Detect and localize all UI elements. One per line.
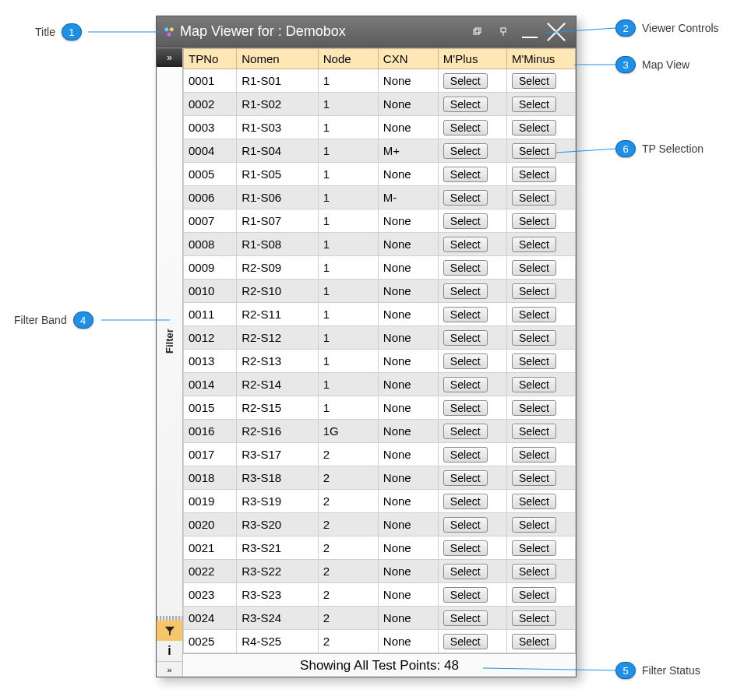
close-button[interactable] [543, 21, 570, 43]
select-mminus-button[interactable]: Select [512, 307, 556, 322]
select-mplus-button[interactable]: Select [443, 424, 488, 439]
table-row[interactable]: 0004R1-S041M+SelectSelect [184, 139, 576, 163]
col-node[interactable]: Node [318, 49, 378, 69]
cell-cxn: None [378, 326, 438, 350]
cell-node: 2 [318, 490, 378, 513]
select-mplus-button[interactable]: Select [443, 283, 488, 299]
table-row[interactable]: 0002R1-S021NoneSelectSelect [184, 93, 576, 116]
restore-button[interactable] [464, 21, 490, 43]
col-mplus[interactable]: M'Plus [438, 49, 506, 69]
select-mplus-button[interactable]: Select [443, 330, 488, 346]
select-mminus-button[interactable]: Select [512, 213, 556, 229]
select-mminus-button[interactable]: Select [512, 167, 556, 182]
select-mminus-button[interactable]: Select [512, 73, 556, 89]
table-row[interactable]: 0006R1-S061M-SelectSelect [184, 186, 576, 209]
table-row[interactable]: 0007R1-S071NoneSelectSelect [184, 209, 576, 233]
cell-cxn: None [378, 280, 438, 303]
filter-expand-button[interactable]: » [157, 48, 182, 67]
select-mminus-button[interactable]: Select [512, 564, 556, 579]
table-row[interactable]: 0018R3-S182NoneSelectSelect [184, 466, 576, 490]
select-mplus-button[interactable]: Select [443, 237, 488, 252]
table-row[interactable]: 0011R2-S111NoneSelectSelect [184, 303, 576, 326]
table-row[interactable]: 0022R3-S222NoneSelectSelect [184, 560, 576, 583]
select-mplus-button[interactable]: Select [443, 587, 488, 603]
table-row[interactable]: 0015R2-S151NoneSelectSelect [184, 396, 576, 420]
select-mplus-button[interactable]: Select [443, 260, 488, 276]
filter-collapse-button[interactable]: » [157, 661, 182, 677]
callout-title: Title 1 [35, 23, 82, 40]
select-mminus-button[interactable]: Select [512, 447, 556, 463]
select-mplus-button[interactable]: Select [443, 377, 488, 392]
col-cxn[interactable]: CXN [378, 49, 438, 69]
select-mminus-button[interactable]: Select [512, 424, 556, 439]
table-row[interactable]: 0016R2-S161GNoneSelectSelect [184, 420, 576, 443]
table-row[interactable]: 0012R2-S121NoneSelectSelect [184, 326, 576, 350]
select-mplus-button[interactable]: Select [443, 354, 488, 369]
select-mminus-button[interactable]: Select [512, 97, 556, 112]
select-mminus-button[interactable]: Select [512, 517, 556, 533]
table-row[interactable]: 0010R2-S101NoneSelectSelect [184, 280, 576, 303]
col-tpno[interactable]: TPNo [184, 49, 237, 69]
select-mminus-button[interactable]: Select [512, 610, 556, 626]
select-mplus-button[interactable]: Select [443, 470, 488, 486]
table-row[interactable]: 0019R3-S192NoneSelectSelect [184, 490, 576, 513]
table-row[interactable]: 0001R1-S011NoneSelectSelect [184, 69, 576, 93]
select-mminus-button[interactable]: Select [512, 190, 556, 206]
select-mplus-button[interactable]: Select [443, 517, 488, 533]
cell-cxn: None [378, 209, 438, 233]
select-mminus-button[interactable]: Select [512, 587, 556, 603]
select-mplus-button[interactable]: Select [443, 190, 488, 206]
select-mplus-button[interactable]: Select [443, 73, 488, 89]
table-row[interactable]: 0023R3-S232NoneSelectSelect [184, 583, 576, 607]
grid-scroll[interactable]: TPNo Nomen Node CXN M'Plus M'Minus 0001R… [183, 48, 576, 653]
select-mminus-button[interactable]: Select [512, 400, 556, 416]
pin-button[interactable] [490, 21, 517, 43]
select-mminus-button[interactable]: Select [512, 470, 556, 486]
select-mplus-button[interactable]: Select [443, 540, 488, 556]
select-mminus-button[interactable]: Select [512, 540, 556, 556]
select-mplus-button[interactable]: Select [443, 447, 488, 463]
select-mplus-button[interactable]: Select [443, 610, 488, 626]
minimize-icon [522, 37, 538, 38]
select-mminus-button[interactable]: Select [512, 120, 556, 135]
select-mplus-button[interactable]: Select [443, 494, 488, 509]
table-row[interactable]: 0008R1-S081NoneSelectSelect [184, 233, 576, 256]
table-row[interactable]: 0021R3-S212NoneSelectSelect [184, 536, 576, 560]
select-mminus-button[interactable]: Select [512, 377, 556, 392]
select-mplus-button[interactable]: Select [443, 143, 488, 159]
select-mminus-button[interactable]: Select [512, 283, 556, 299]
table-row[interactable]: 0014R2-S141NoneSelectSelect [184, 373, 576, 396]
table-row[interactable]: 0013R2-S131NoneSelectSelect [184, 350, 576, 373]
filter-info-button[interactable]: i [157, 641, 182, 661]
select-mplus-button[interactable]: Select [443, 307, 488, 322]
table-row[interactable]: 0024R3-S242NoneSelectSelect [184, 607, 576, 630]
select-mminus-button[interactable]: Select [512, 330, 556, 346]
select-mplus-button[interactable]: Select [443, 97, 488, 112]
select-mplus-button[interactable]: Select [443, 213, 488, 229]
table-row[interactable]: 0017R3-S172NoneSelectSelect [184, 443, 576, 466]
cell-cxn: None [378, 116, 438, 139]
cell-nomen: R2-S13 [237, 350, 319, 373]
select-mplus-button[interactable]: Select [443, 400, 488, 416]
select-mminus-button[interactable]: Select [512, 237, 556, 252]
select-mminus-button[interactable]: Select [512, 354, 556, 369]
table-row[interactable]: 0009R2-S091NoneSelectSelect [184, 256, 576, 280]
minimize-button[interactable] [517, 21, 543, 43]
filter-button[interactable] [157, 621, 182, 641]
select-mplus-button[interactable]: Select [443, 167, 488, 182]
col-nomen[interactable]: Nomen [237, 49, 319, 69]
table-row[interactable]: 0005R1-S051NoneSelectSelect [184, 163, 576, 186]
col-mminus[interactable]: M'Minus [506, 49, 575, 69]
select-mplus-button[interactable]: Select [443, 564, 488, 579]
select-mminus-button[interactable]: Select [512, 260, 556, 276]
cell-cxn: None [378, 607, 438, 630]
cell-cxn: None [378, 350, 438, 373]
select-mplus-button[interactable]: Select [443, 634, 488, 649]
table-row[interactable]: 0020R3-S202NoneSelectSelect [184, 513, 576, 536]
table-row[interactable]: 0025R4-S252NoneSelectSelect [184, 630, 576, 653]
select-mminus-button[interactable]: Select [512, 143, 556, 159]
select-mminus-button[interactable]: Select [512, 634, 556, 649]
table-row[interactable]: 0003R1-S031NoneSelectSelect [184, 116, 576, 139]
select-mminus-button[interactable]: Select [512, 494, 556, 509]
select-mplus-button[interactable]: Select [443, 120, 488, 135]
